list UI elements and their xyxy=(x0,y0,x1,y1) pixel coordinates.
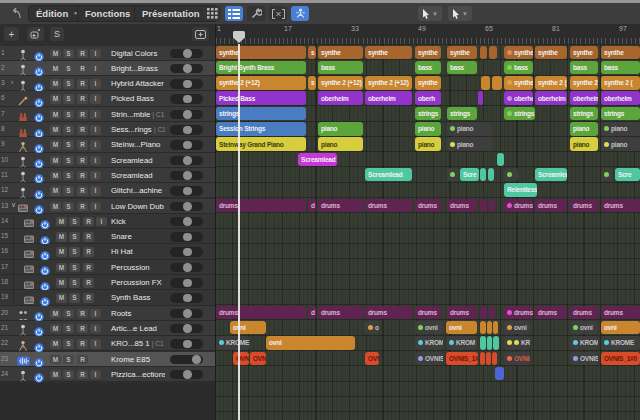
marquee-tool-icon[interactable] xyxy=(269,6,287,21)
new-track-stack-icon[interactable] xyxy=(27,27,44,41)
region-block[interactable] xyxy=(488,168,494,182)
track-on-off-button[interactable] xyxy=(34,308,44,318)
track-name[interactable]: Sess...rings | C1 xyxy=(111,125,165,134)
region-ovnis-[interactable]: OVNIS_ xyxy=(415,352,443,366)
region-drums[interactable]: drums xyxy=(447,306,477,320)
volume-knob[interactable] xyxy=(183,294,192,303)
track-volume-slider[interactable] xyxy=(170,293,203,303)
region-strings[interactable]: strings xyxy=(216,107,306,121)
track-m-button[interactable]: M xyxy=(50,309,61,319)
catch-playhead-icon[interactable] xyxy=(291,6,309,21)
volume-knob[interactable] xyxy=(183,80,192,89)
track-s-button[interactable]: S xyxy=(63,79,74,89)
region-oberhe[interactable]: oberhe xyxy=(504,91,533,105)
track-m-button[interactable]: M xyxy=(50,171,61,181)
track-row-percussion-fx[interactable]: 18MSRPercussion FX xyxy=(0,275,215,290)
track-volume-slider[interactable] xyxy=(170,64,203,74)
track-row-krome-e85[interactable]: 23MSRKrome E85 xyxy=(0,352,215,367)
track-m-button[interactable]: M xyxy=(50,64,61,74)
region-drums[interactable]: drums xyxy=(535,199,567,213)
region-kro[interactable]: KRO xyxy=(504,336,530,350)
track-row-glitchi-achine[interactable]: 12MSRIGlitchi...achine xyxy=(0,183,215,198)
track-on-off-button[interactable] xyxy=(34,155,44,165)
track-name[interactable]: Krome E85 xyxy=(111,355,165,364)
region-s[interactable]: s xyxy=(308,76,316,90)
track-name[interactable]: Kick xyxy=(111,217,165,226)
track-r-button[interactable]: R xyxy=(83,217,94,227)
track-r-button[interactable]: R xyxy=(77,309,88,319)
track-r-button[interactable]: R xyxy=(77,94,88,104)
track-row-percussion[interactable]: 17MSRPercussion xyxy=(0,260,215,275)
volume-knob[interactable] xyxy=(183,110,192,119)
track-i-button[interactable]: I xyxy=(90,79,101,89)
track-volume-slider[interactable] xyxy=(170,140,203,150)
track-r-button[interactable]: R xyxy=(77,125,88,135)
region-scre[interactable]: Scre xyxy=(615,168,640,182)
region-piano[interactable]: piano xyxy=(601,137,640,151)
region-krom[interactable]: KROM xyxy=(570,336,598,350)
track-volume-slider[interactable] xyxy=(170,186,203,196)
track-m-button[interactable]: M xyxy=(50,202,61,212)
region-oberheim[interactable]: oberheim xyxy=(318,91,363,105)
track-s-button[interactable]: S xyxy=(63,64,74,74)
region-block[interactable] xyxy=(480,306,487,320)
region-ovni[interactable]: ovni xyxy=(446,321,477,335)
bar-ruler[interactable]: 1173349658197 xyxy=(215,24,640,45)
track-s-button[interactable]: S xyxy=(63,94,74,104)
region-synthe-2-[interactable]: synthe 2 ( xyxy=(535,76,567,90)
track-name[interactable]: Hi Hat xyxy=(111,247,165,256)
region-synthe[interactable]: synthe xyxy=(601,46,640,60)
region-block[interactable] xyxy=(487,336,492,350)
track-r-button[interactable]: R xyxy=(77,79,88,89)
track-m-button[interactable]: M xyxy=(56,217,67,227)
track-name[interactable]: Digital Colors xyxy=(111,49,165,58)
region-block[interactable] xyxy=(480,46,487,60)
track-r-button[interactable]: R xyxy=(77,171,88,181)
track-r-button[interactable]: R xyxy=(83,263,94,273)
track-name[interactable]: Picked Bass xyxy=(111,94,165,103)
track-volume-slider[interactable] xyxy=(170,171,203,181)
volume-knob[interactable] xyxy=(183,171,192,180)
track-volume-slider[interactable] xyxy=(170,263,203,273)
region-o[interactable]: o xyxy=(365,321,379,335)
left-click-tool[interactable]: ▼ xyxy=(418,6,442,21)
region-piano[interactable]: piano xyxy=(447,137,492,151)
track-name[interactable]: Bright...Brass xyxy=(111,64,165,73)
track-on-off-button[interactable] xyxy=(34,140,44,150)
region-bass[interactable]: bass xyxy=(447,61,477,75)
region-screamlead[interactable]: Screamlead xyxy=(298,153,337,167)
region-ovni[interactable]: ovni xyxy=(570,321,598,335)
region-drums[interactable]: drums xyxy=(504,199,533,213)
track-r-button[interactable]: R xyxy=(77,370,88,380)
region-bass[interactable]: bass xyxy=(504,61,533,75)
region-synthe[interactable]: synthe xyxy=(504,46,533,60)
region-screamlea[interactable]: Screamlea xyxy=(535,168,567,182)
region-block[interactable] xyxy=(480,321,486,335)
track-m-button[interactable]: M xyxy=(50,49,61,59)
region-ovni[interactable]: ovni xyxy=(230,321,266,335)
region-synthe[interactable]: synthe xyxy=(535,46,567,60)
region-block[interactable] xyxy=(492,352,497,366)
track-volume-slider[interactable] xyxy=(170,79,203,89)
region-bass[interactable]: bass xyxy=(570,61,598,75)
region-ovn[interactable]: OVN xyxy=(365,352,379,366)
track-row-roots[interactable]: 20MSRIRoots xyxy=(0,306,215,321)
region-bass[interactable]: bass xyxy=(601,61,640,75)
track-volume-slider[interactable] xyxy=(170,156,203,166)
track-name[interactable]: Snare xyxy=(111,232,165,241)
region-block[interactable] xyxy=(480,199,487,213)
track-name[interactable]: Screamlead xyxy=(111,171,165,180)
track-s-button[interactable]: S xyxy=(63,324,74,334)
track-row-snare[interactable]: 15MSRSnare xyxy=(0,229,215,244)
track-s-button[interactable]: S xyxy=(63,110,74,120)
track-i-button[interactable]: I xyxy=(90,94,101,104)
track-m-button[interactable]: M xyxy=(56,247,67,257)
track-name[interactable]: Synth Bass xyxy=(111,293,165,302)
region-krome[interactable]: KROME xyxy=(415,336,443,350)
region-oberheim[interactable]: oberheim xyxy=(570,91,598,105)
region-block[interactable] xyxy=(495,367,504,381)
region-krome[interactable]: KROME xyxy=(216,336,250,350)
track-i-button[interactable]: I xyxy=(90,370,101,380)
track-row-synth-bass[interactable]: 19MSRSynth Bass xyxy=(0,290,215,305)
track-on-off-button[interactable] xyxy=(34,79,44,89)
